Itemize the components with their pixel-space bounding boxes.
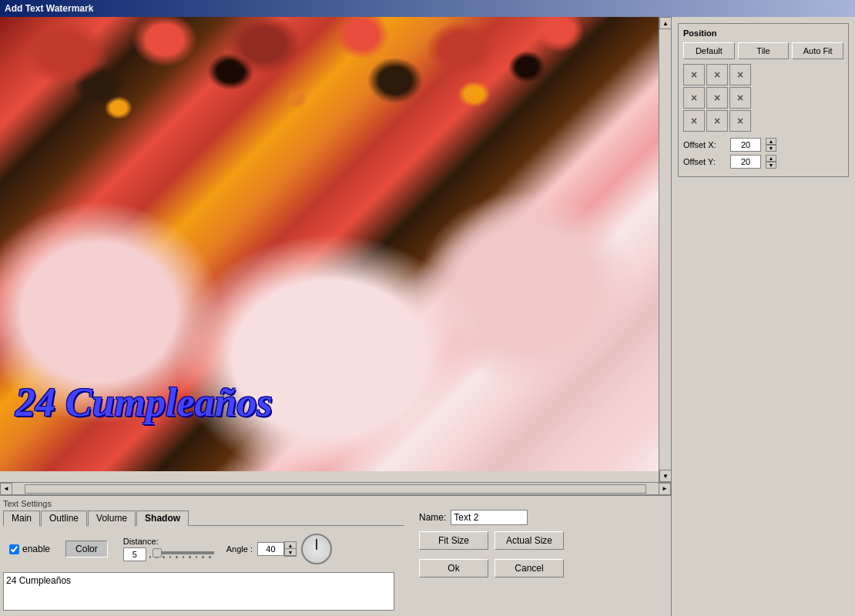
offset-x-up[interactable]: ▲ xyxy=(766,138,776,145)
offset-x-spinner: ▲ ▼ xyxy=(766,138,776,152)
title-text: Add Text Watermark xyxy=(5,3,93,14)
grid-cell-3[interactable]: × xyxy=(683,87,705,109)
position-presets: Default Tile Auto Fit xyxy=(683,42,843,59)
position-grid: × × × × × × × × × xyxy=(683,64,843,132)
offset-y-label: Offset Y: xyxy=(683,157,726,166)
watermark-overlay-text: 24 Cumpleaños xyxy=(15,380,273,425)
scroll-left-arrow[interactable]: ◄ xyxy=(0,483,12,495)
tab-volume[interactable]: Volume xyxy=(88,511,136,526)
tab-main[interactable]: Main xyxy=(3,511,40,526)
name-label: Name: xyxy=(419,512,446,523)
offset-x-row: Offset X: ▲ ▼ xyxy=(683,138,843,152)
settings-right: Name: Fit Size Actual Size Ok Cancel xyxy=(404,510,668,613)
ok-button[interactable]: Ok xyxy=(419,559,488,578)
tab-shadow[interactable]: Shadow xyxy=(136,511,189,526)
title-bar: Add Text Watermark xyxy=(0,0,855,17)
grid-cell-2[interactable]: × xyxy=(729,64,751,85)
angle-dial[interactable] xyxy=(301,534,332,564)
tab-outline[interactable]: Outline xyxy=(41,511,87,526)
default-btn[interactable]: Default xyxy=(683,42,735,59)
offset-y-input[interactable] xyxy=(730,155,761,169)
offset-x-label: Offset X: xyxy=(683,140,726,149)
fit-size-button[interactable]: Fit Size xyxy=(419,531,488,550)
distance-section: Distance: xyxy=(123,537,211,561)
actual-size-button[interactable]: Actual Size xyxy=(495,531,564,550)
watermark-text-input[interactable]: 24 Cumpleaños xyxy=(3,572,394,611)
grid-cell-6[interactable]: × xyxy=(683,110,705,132)
position-group: Position Default Tile Auto Fit × × × × ×… xyxy=(678,23,849,177)
angle-spinner: ▲ ▼ xyxy=(284,541,297,557)
bottom-panel: Text Settings Main Outline Volume Shadow xyxy=(0,494,671,616)
image-preview: 24 Cumpleaños xyxy=(0,17,659,471)
enable-row: enable xyxy=(9,544,50,554)
right-panel: Position Default Tile Auto Fit × × × × ×… xyxy=(671,17,855,616)
grid-cell-7[interactable]: × xyxy=(706,110,728,132)
enable-checkbox[interactable] xyxy=(9,544,19,554)
offset-y-down[interactable]: ▼ xyxy=(766,162,776,169)
enable-label: enable xyxy=(22,544,50,554)
scroll-up-arrow[interactable]: ▲ xyxy=(659,17,672,29)
tabs-row: Main Outline Volume Shadow xyxy=(3,510,404,526)
text-settings-label: Text Settings xyxy=(3,499,668,508)
tile-btn[interactable]: Tile xyxy=(738,42,790,59)
image-preview-area: 24 Cumpleaños xyxy=(0,17,659,482)
scroll-track[interactable] xyxy=(659,29,671,470)
angle-input-row: ▲ ▼ xyxy=(257,541,297,557)
position-group-title: Position xyxy=(683,28,843,38)
vertical-scrollbar[interactable]: ▲ ▼ xyxy=(659,17,671,482)
offset-y-row: Offset Y: ▲ ▼ xyxy=(683,155,843,169)
tab-content: enable Color Distance: xyxy=(3,531,404,567)
grid-cell-1[interactable]: × xyxy=(706,64,728,85)
grid-cell-5[interactable]: × xyxy=(729,87,751,109)
autofit-btn[interactable]: Auto Fit xyxy=(792,42,843,59)
scroll-h-track[interactable] xyxy=(25,484,646,494)
offset-y-up[interactable]: ▲ xyxy=(766,155,776,162)
cancel-button[interactable]: Cancel xyxy=(495,559,564,578)
text-input-area: 24 Cumpleaños xyxy=(3,572,394,613)
offset-y-spinner: ▲ ▼ xyxy=(766,155,776,169)
slider-track[interactable] xyxy=(153,551,214,554)
angle-up-btn[interactable]: ▲ xyxy=(285,542,296,549)
grid-cell-8[interactable]: × xyxy=(729,110,751,132)
color-button[interactable]: Color xyxy=(65,541,108,557)
scroll-down-arrow[interactable]: ▼ xyxy=(659,470,672,482)
distance-label: Distance: xyxy=(123,537,211,546)
offset-x-down[interactable]: ▼ xyxy=(766,145,776,152)
name-input[interactable] xyxy=(451,510,528,525)
name-row: Name: xyxy=(419,510,668,525)
distance-input[interactable] xyxy=(123,547,146,561)
offset-x-input[interactable] xyxy=(730,138,761,152)
angle-label: Angle : xyxy=(226,544,253,554)
angle-down-btn[interactable]: ▼ xyxy=(285,549,296,556)
angle-section: Angle : ▲ ▼ xyxy=(226,534,332,564)
angle-input[interactable] xyxy=(257,542,284,556)
scroll-right-arrow[interactable]: ► xyxy=(659,483,671,495)
grid-cell-0[interactable]: × xyxy=(683,64,705,85)
grid-cell-4[interactable]: × xyxy=(706,87,728,109)
horizontal-scrollbar[interactable]: ◄ ► xyxy=(0,482,671,494)
